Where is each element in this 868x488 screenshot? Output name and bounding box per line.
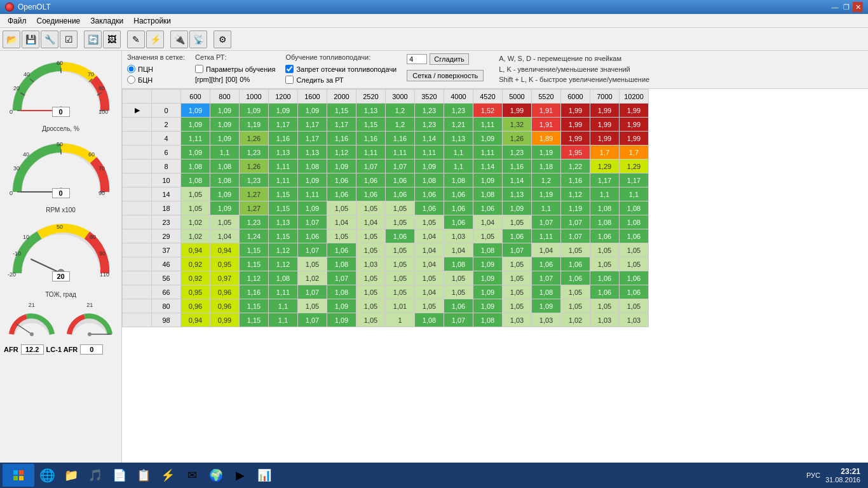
cell[interactable]: 1,1 — [269, 313, 298, 327]
cell[interactable]: 1,29 — [620, 159, 649, 173]
cell[interactable]: 1,12 — [561, 187, 590, 201]
cell[interactable]: 1,06 — [503, 229, 532, 243]
cell[interactable]: 1,7 — [620, 146, 649, 159]
pcn-radio[interactable] — [127, 65, 135, 73]
cell[interactable]: 1,15 — [269, 201, 298, 215]
cell[interactable]: 1,23 — [503, 146, 532, 159]
cell[interactable]: 1,05 — [181, 187, 210, 201]
toolbar-refresh[interactable]: 🔄 — [84, 30, 102, 48]
cell[interactable]: 1,1 — [590, 187, 620, 201]
cell[interactable]: 1,06 — [356, 187, 386, 201]
cell[interactable]: 1,06 — [444, 299, 473, 313]
cell[interactable]: 1,04 — [473, 215, 503, 229]
cell[interactable]: 1,06 — [386, 173, 415, 187]
cell[interactable]: 1,17 — [590, 173, 620, 187]
cell[interactable]: 1,06 — [473, 201, 503, 215]
cell[interactable]: 1,06 — [356, 173, 386, 187]
cell[interactable]: 1,19 — [532, 187, 561, 201]
cell[interactable]: 1,05 — [590, 299, 620, 313]
cell[interactable]: 1,99 — [620, 132, 649, 146]
cell[interactable]: 1,26 — [503, 132, 532, 146]
cell[interactable]: 1,16 — [386, 132, 415, 146]
cell[interactable]: 1,05 — [298, 257, 327, 271]
cell[interactable]: 1 — [386, 313, 415, 327]
cell[interactable]: 1,06 — [620, 271, 649, 285]
toolbar-extra[interactable]: ⚙ — [214, 30, 231, 48]
cell[interactable]: 1,19 — [561, 201, 590, 215]
cell[interactable]: 1,99 — [590, 132, 620, 146]
cell[interactable]: 1,13 — [298, 146, 327, 159]
menu-settings[interactable]: Настройки — [128, 15, 176, 27]
cell[interactable]: 1,05 — [356, 313, 386, 327]
cell[interactable]: 0,96 — [210, 285, 240, 299]
cell[interactable]: 1,07 — [356, 159, 386, 173]
taskbar-ie[interactable]: 🌐 — [36, 464, 58, 487]
cell[interactable]: 1,06 — [327, 187, 356, 201]
cell[interactable]: 1,05 — [356, 201, 386, 215]
cell[interactable]: 1,04 — [210, 229, 240, 243]
cell[interactable]: 1,08 — [181, 173, 210, 187]
cell[interactable]: 1,05 — [503, 271, 532, 285]
cell[interactable]: 1,12 — [269, 243, 298, 257]
taskbar-app2[interactable]: 📊 — [253, 464, 276, 487]
cell[interactable]: 1,06 — [444, 201, 473, 215]
taskbar-explorer[interactable]: 📁 — [60, 464, 83, 487]
taskbar-power[interactable]: ⚡ — [156, 464, 179, 487]
cell[interactable]: 1,05 — [444, 271, 473, 285]
cell[interactable]: 1,14 — [415, 132, 444, 146]
cell[interactable]: 1,15 — [356, 118, 386, 132]
cell[interactable]: 1,07 — [561, 229, 590, 243]
minimize-button[interactable]: — — [830, 2, 840, 12]
cell[interactable]: 1,17 — [269, 118, 298, 132]
cell[interactable]: 0,92 — [181, 257, 210, 271]
cell[interactable]: 1,09 — [210, 132, 240, 146]
cell[interactable]: 1,05 — [386, 201, 415, 215]
cell[interactable]: 1,16 — [356, 132, 386, 146]
cell[interactable]: 1,09 — [298, 104, 327, 118]
cell[interactable]: 1,09 — [327, 159, 356, 173]
cell[interactable]: 1,99 — [503, 104, 532, 118]
cell[interactable]: 1,05 — [473, 229, 503, 243]
cell[interactable]: 1,1 — [210, 146, 240, 159]
cell[interactable]: 1,11 — [269, 159, 298, 173]
cell[interactable]: 1,99 — [620, 118, 649, 132]
cell[interactable]: 1,11 — [181, 132, 210, 146]
taskbar-media[interactable]: 🎵 — [84, 464, 107, 487]
cell[interactable]: 1,09 — [181, 104, 210, 118]
cell[interactable]: 1,04 — [532, 243, 561, 257]
cell[interactable]: 1,18 — [532, 159, 561, 173]
cell[interactable]: 1,04 — [356, 215, 386, 229]
cell[interactable]: 1,09 — [181, 146, 210, 159]
cell[interactable]: 1,06 — [415, 187, 444, 201]
cell[interactable]: 1,99 — [590, 118, 620, 132]
cell[interactable]: 1,05 — [386, 215, 415, 229]
cell[interactable]: 0,95 — [181, 285, 210, 299]
params-checkbox[interactable] — [195, 65, 203, 73]
cell[interactable]: 1,16 — [269, 132, 298, 146]
taskbar-mail[interactable]: ✉ — [180, 464, 203, 487]
cell[interactable]: 1,04 — [415, 285, 444, 299]
taskbar-docs[interactable]: 📄 — [108, 464, 131, 487]
cell[interactable]: 1,06 — [386, 187, 415, 201]
cell[interactable]: 1,05 — [503, 285, 532, 299]
cell[interactable]: 1,07 — [298, 285, 327, 299]
cell[interactable]: 1,08 — [269, 271, 298, 285]
cell[interactable]: 0,99 — [210, 313, 240, 327]
toolbar-image[interactable]: 🖼 — [103, 30, 121, 48]
surface-button[interactable]: Сетка / поверхность — [407, 70, 484, 81]
cell[interactable]: 0,94 — [181, 243, 210, 257]
cell[interactable]: 1,07 — [503, 243, 532, 257]
cell[interactable]: 1,15 — [240, 299, 269, 313]
cell[interactable]: 1,05 — [561, 299, 590, 313]
cell[interactable]: 1,05 — [503, 299, 532, 313]
cell[interactable]: 1,09 — [473, 132, 503, 146]
cell[interactable]: 1,06 — [298, 229, 327, 243]
cell[interactable]: 1,05 — [415, 299, 444, 313]
cell[interactable]: 1,05 — [620, 243, 649, 257]
cell[interactable]: 1,16 — [327, 132, 356, 146]
cell[interactable]: 1,08 — [415, 173, 444, 187]
cell[interactable]: 1,15 — [240, 257, 269, 271]
cell[interactable]: 1,08 — [327, 257, 356, 271]
cell[interactable]: 0,96 — [210, 299, 240, 313]
cell[interactable]: 1,7 — [590, 146, 620, 159]
